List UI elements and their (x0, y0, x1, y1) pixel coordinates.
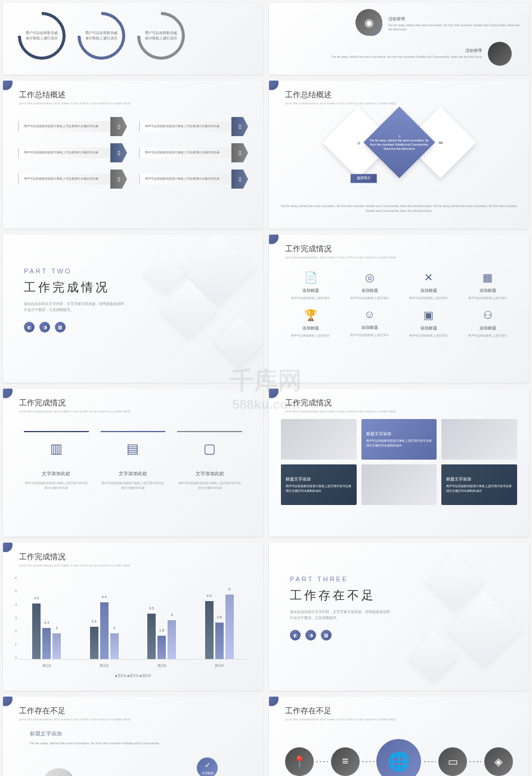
arrow-text: 用户可以在投影仪或者计算机上可以将演示文稿打印出来 (18, 121, 110, 132)
apple-icon (488, 42, 512, 66)
db-icon: ≡ (331, 747, 360, 776)
slide-summary-diamonds: 工作总结概述 print the presentation and make i… (269, 81, 529, 229)
slide-summary-arrows: 工作总结概述 print the presentation and make i… (3, 81, 263, 229)
part-label: PART THREE (290, 575, 520, 583)
img-card (361, 464, 437, 505)
icon-1: ◐ (290, 630, 301, 640)
activity-title-2: 活动管理 (332, 48, 482, 54)
phone-icon: ▯ (231, 117, 248, 136)
arrow-text: 用户可以在投影仪或者计算机上可以将演示文稿打印出来 (18, 147, 110, 158)
slide-part-two: PART TWO 工作完成情况 请在此添加相关文字内容，文字尽量言简意赅，简明扼… (3, 235, 263, 383)
slide-completion-icons: 工作完成情况 print the presentation and make i… (269, 235, 529, 383)
slide-title: 工作完成情况 (19, 398, 254, 408)
globe-icon: 🌐 (376, 739, 421, 776)
diamond-label: 选择简介 (350, 174, 376, 183)
part-title: 工作完成情况 (24, 279, 254, 295)
arrow-text: 用户可以在投影仪或者计算机上可以将演示文稿打印出来 (18, 174, 110, 184)
icon-2: ◑ (39, 322, 50, 332)
part-title: 工作存在不足 (290, 587, 520, 603)
trophy-icon: 🏆 (284, 309, 337, 322)
target-icon: ◎ (343, 271, 396, 284)
text-card: 标题文字添加用户可以在投影仪或者计算机上进行演示也可以将演示文稿打印出来制作成片 (441, 464, 517, 505)
slide-deficiency-flow: 工作存在不足 print the presentation and make i… (269, 697, 529, 776)
circle-2: 用户可以在投影仪或者计算机上进行演示 (67, 3, 135, 70)
monitor-icon: ▭ (438, 747, 467, 776)
slide-completion-chart: 工作完成情况 print the presentation and make i… (3, 543, 263, 691)
phone-icon: ▯ (110, 117, 127, 136)
people-icon: ⚇ (461, 309, 514, 322)
slide-deficiency-bubbles: 工作存在不足 print the presentation and make i… (3, 697, 263, 776)
pin-icon: 📍 (285, 747, 314, 776)
slide-title: 工作存在不足 (19, 706, 254, 716)
slide-activity: ⊞ 活动管理 Far far away, behind the word mou… (269, 3, 529, 75)
bulb-icon: 💡 (42, 768, 75, 776)
diamond-center: ✕Far far away, behind the word mountains… (363, 106, 435, 178)
slide-subtitle: print the presentation and make it into … (19, 718, 254, 721)
phone-icon: ▯ (231, 170, 248, 189)
check-icon: ✓文字添加 (197, 757, 218, 776)
slide-completion-three: 工作完成情况 print the presentation and make i… (3, 389, 263, 537)
slide-title: 工作总结概述 (285, 90, 520, 100)
activity-desc-1: Far far away, behind the word mountains,… (388, 23, 520, 32)
news-icon: ▦ (461, 271, 514, 284)
arrow-text: 用户可以在投影仪或者计算机上可以将演示文稿打印出来 (139, 121, 231, 132)
img-card (441, 419, 517, 460)
activity-desc-2: Far far away, behind the word mountains,… (332, 55, 482, 60)
slide-title: 工作存在不足 (285, 706, 520, 716)
img-card (281, 419, 357, 460)
text-card: 标题文字添加用户可以在投影仪或者计算机上进行演示也可以将演示文稿打印出来制作成片 (281, 464, 357, 505)
phone-icon: ▯ (110, 170, 127, 189)
icon-3: ▦ (321, 630, 332, 640)
phone-icon: ▯ (231, 143, 248, 162)
slide-title: 工作完成情况 (285, 244, 520, 254)
text-card: 标题文字添加用户可以在投影仪或者计算机上进行演示也可以将演示文稿打印出来制作成片 (361, 419, 437, 460)
icon-1: ◐ (24, 322, 35, 332)
arrow-text: 用户可以在投影仪或者计算机上可以将演示文稿打印出来 (139, 147, 231, 158)
icon-2: ◑ (305, 630, 316, 640)
slide-title: 工作完成情况 (285, 398, 520, 408)
tools-icon: ✕ (402, 271, 455, 284)
slide-completion-images: 工作完成情况 print the presentation and make i… (269, 389, 529, 537)
slide-circles: 用户可以在投影仪或者计算机上进行演示 用户可以在投影仪或者计算机上进行演示 用户… (3, 3, 263, 75)
head-icon: ☺ (343, 309, 396, 321)
slide-title: 工作总结概述 (19, 90, 254, 100)
slide-part-three: PART THREE 工作存在不足 请在此添加相关文字内容，文字尽量言简意赅，简… (269, 543, 529, 691)
bar-chart: 6543210 4.32.422.54.423.51.834.52.85 类别1… (12, 567, 254, 675)
chart-icon: ▥ (24, 431, 89, 466)
building-icon: ▤ (101, 431, 166, 466)
diamond-icon: ◈ (484, 747, 513, 776)
book-icon: ▣ (402, 309, 455, 322)
slide-title: 工作完成情况 (19, 552, 254, 562)
activity-title-1: 活动管理 (388, 16, 520, 22)
flow-desc: Far far away, behind the word mountains,… (30, 741, 254, 746)
phone-icon: ▯ (110, 143, 127, 162)
part-label: PART TWO (24, 267, 254, 275)
arrow-text: 用户可以在投影仪或者计算机上可以将演示文稿打印出来 (139, 174, 231, 184)
camera-icon: ◉ (355, 9, 382, 36)
diamond-desc: Far far away, behind the word mountains,… (278, 204, 520, 213)
icon-3: ▦ (55, 322, 66, 332)
circle-3: 用户可以在投影仪或者计算机上进行演示 (127, 3, 194, 70)
doc-icon: 📄 (284, 271, 337, 284)
circle-1: 用户可以在投影仪或者计算机上进行演示 (8, 3, 75, 70)
window-icon: ▢ (177, 431, 242, 466)
flow-title: 标题文字添加 (30, 730, 254, 738)
